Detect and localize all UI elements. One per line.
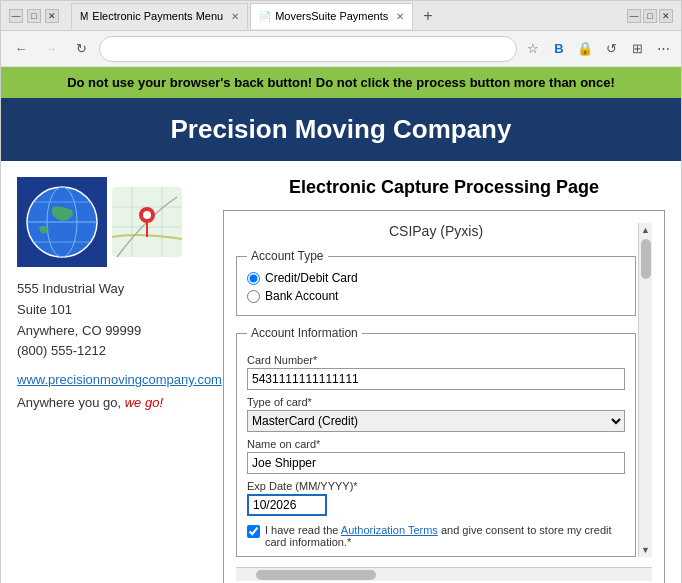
forward-button: → [39,37,63,61]
sync-icon[interactable]: ↺ [601,39,621,59]
card-number-label: Card Number* [247,354,625,366]
tab-close-1[interactable]: ✕ [231,11,239,22]
address-block: 555 Industrial Way Suite 101 Anywhere, C… [17,279,207,362]
radio-credit-label: Credit/Debit Card [265,271,358,285]
tab-close-2[interactable]: ✕ [396,11,404,22]
radio-credit-debit: Credit/Debit Card [247,271,625,285]
page-title: Electronic Capture Processing Page [223,177,665,198]
browser-frame: — □ ✕ M Electronic Payments Menu ✕ 📄 Mov… [0,0,682,583]
minimize-button[interactable]: — [9,9,23,23]
tab-list: M Electronic Payments Menu ✕ 📄 MoversSui… [71,3,623,29]
exp-date-input[interactable] [247,494,327,516]
window-right-controls: — □ ✕ [627,9,673,23]
new-tab-button[interactable]: + [415,3,440,29]
back-button[interactable]: ← [9,37,33,61]
scroll-up-arrow[interactable]: ▲ [641,225,650,235]
window-controls: — □ ✕ [9,9,59,23]
omnibox-bar: ← → ↻ ☆ B 🔒 ↺ ⊞ ⋯ [1,31,681,67]
radio-bank-label: Bank Account [265,289,338,303]
scroll-thumb-h[interactable] [256,570,376,580]
page-content: Do not use your browser's back button! D… [1,67,681,583]
toolbar-icons: ☆ B 🔒 ↺ ⊞ ⋯ [523,39,673,59]
right-panel: Electronic Capture Processing Page ▲ ▼ C… [223,177,665,583]
tab-label-2: MoversSuite Payments [275,10,388,22]
scroll-down-arrow[interactable]: ▼ [641,545,650,555]
radio-bank-account: Bank Account [247,289,625,303]
tab-electronic-payments-menu[interactable]: M Electronic Payments Menu ✕ [71,3,248,29]
maximize-button[interactable]: □ [27,9,41,23]
bookmark-icon[interactable]: ☆ [523,39,543,59]
win-close-btn[interactable]: ✕ [659,9,673,23]
warning-bar: Do not use your browser's back button! D… [1,67,681,98]
account-info-fieldset: Account Information Card Number* Type of… [236,326,636,557]
win-maximize-btn[interactable]: □ [643,9,657,23]
tab-movers-suite-payments[interactable]: 📄 MoversSuite Payments ✕ [250,3,413,29]
tagline-em: we go! [125,395,163,410]
scroll-thumb-v[interactable] [641,239,651,279]
company-name: Precision Moving Company [17,114,665,145]
tagline: Anywhere you go, we go! [17,395,207,410]
company-logo [17,177,187,267]
consent-row: I have read the Authorization Terms and … [247,524,625,548]
tab-favicon-2: 📄 [259,11,271,22]
win-minimize-btn[interactable]: — [627,9,641,23]
shield-icon[interactable]: 🔒 [575,39,595,59]
account-type-fieldset: Account Type Credit/Debit Card Bank Acco… [236,249,636,316]
address-line1: 555 Industrial Way [17,279,207,300]
refresh-button[interactable]: ↻ [69,37,93,61]
address-line2: Suite 101 [17,300,207,321]
card-type-select[interactable]: MasterCard (Credit) Visa (Credit) AmEx (… [247,410,625,432]
consent-text: I have read the Authorization Terms and … [265,524,625,548]
title-bar: — □ ✕ M Electronic Payments Menu ✕ 📄 Mov… [1,1,681,31]
radio-credit-input[interactable] [247,272,260,285]
horizontal-scrollbar[interactable] [236,567,652,581]
left-panel: 555 Industrial Way Suite 101 Anywhere, C… [17,177,207,583]
payment-frame: ▲ ▼ CSIPay (Pyxis) Account Type Credit/D… [223,210,665,583]
radio-bank-input[interactable] [247,290,260,303]
card-number-input[interactable] [247,368,625,390]
close-button[interactable]: ✕ [45,9,59,23]
tagline-pre: Anywhere you go, [17,395,125,410]
card-type-label: Type of card* [247,396,625,408]
vertical-scrollbar[interactable]: ▲ ▼ [638,223,652,557]
account-info-legend: Account Information [247,326,362,340]
apps-icon[interactable]: ⊞ [627,39,647,59]
account-type-legend: Account Type [247,249,328,263]
name-on-card-input[interactable] [247,452,625,474]
website-link[interactable]: www.precisionmovingcompany.com [17,372,207,387]
company-header: Precision Moving Company [1,98,681,161]
tab-label-1: Electronic Payments Menu [92,10,223,22]
phone: (800) 555-1212 [17,341,207,362]
csipay-title: CSIPay (Pyxis) [236,223,636,239]
svg-point-12 [143,211,151,219]
address-line3: Anywhere, CO 99999 [17,321,207,342]
warning-text: Do not use your browser's back button! D… [67,75,615,90]
menu-icon[interactable]: ⋯ [653,39,673,59]
tab-favicon-1: M [80,11,88,22]
authorization-terms-link[interactable]: Authorization Terms [341,524,438,536]
address-bar[interactable] [99,36,517,62]
name-on-card-label: Name on card* [247,438,625,450]
consent-checkbox[interactable] [247,525,260,538]
browser-extension-b[interactable]: B [549,39,569,59]
main-layout: 555 Industrial Way Suite 101 Anywhere, C… [1,161,681,583]
exp-date-label: Exp Date (MM/YYYY)* [247,480,625,492]
